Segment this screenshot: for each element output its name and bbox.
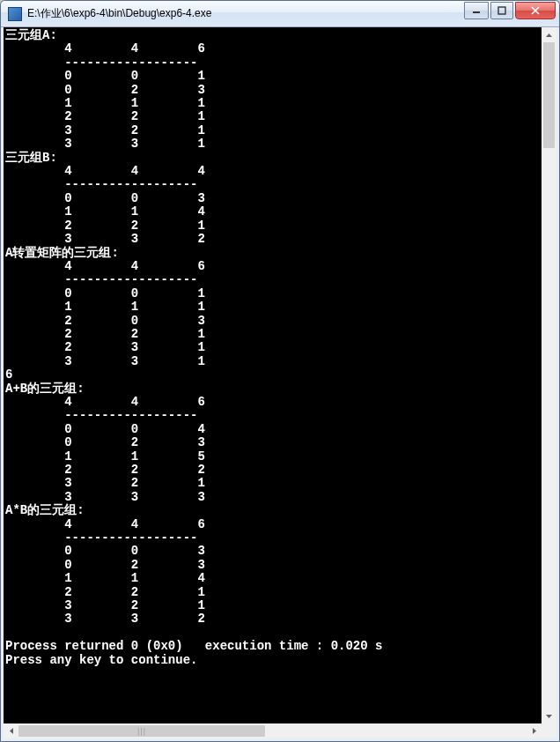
horizontal-thumb[interactable]: ||| — [18, 725, 265, 737]
window-buttons — [464, 2, 556, 19]
svg-marker-5 — [546, 715, 552, 718]
svg-marker-4 — [546, 33, 552, 37]
close-icon — [530, 6, 541, 15]
scroll-down-button[interactable] — [542, 709, 556, 723]
vertical-thumb[interactable] — [543, 42, 555, 148]
scrollbar-corner — [542, 723, 556, 738]
minimize-icon — [472, 6, 481, 15]
maximize-button[interactable] — [490, 2, 513, 19]
svg-marker-6 — [10, 728, 13, 734]
console-output: 三元组A: 4 4 6 ------------------ 0 0 1 0 2… — [4, 27, 542, 723]
app-icon — [8, 7, 22, 21]
scroll-right-button[interactable] — [527, 723, 542, 738]
close-button[interactable] — [515, 2, 556, 19]
chevron-left-icon — [10, 728, 13, 734]
svg-marker-7 — [533, 728, 536, 734]
chevron-down-icon — [546, 715, 552, 718]
thumb-grip-icon: ||| — [137, 727, 146, 736]
svg-rect-1 — [498, 7, 505, 14]
app-window: E:\作业\6\exp6-4\bin\Debug\exp6-4.exe 三元组A… — [0, 0, 560, 742]
window-title: E:\作业\6\exp6-4\bin\Debug\exp6-4.exe — [27, 6, 464, 21]
maximize-icon — [497, 6, 506, 15]
scroll-up-button[interactable] — [542, 27, 556, 42]
chevron-right-icon — [533, 728, 536, 734]
vertical-track[interactable] — [542, 42, 556, 709]
console-area: 三元组A: 4 4 6 ------------------ 0 0 1 0 2… — [1, 27, 559, 741]
minimize-button[interactable] — [464, 2, 489, 19]
chevron-up-icon — [546, 33, 552, 37]
vertical-scrollbar[interactable] — [542, 27, 556, 723]
horizontal-track[interactable]: ||| — [18, 723, 527, 738]
scroll-left-button[interactable] — [4, 723, 18, 738]
titlebar[interactable]: E:\作业\6\exp6-4\bin\Debug\exp6-4.exe — [1, 1, 559, 27]
horizontal-scrollbar[interactable]: ||| — [4, 723, 542, 738]
